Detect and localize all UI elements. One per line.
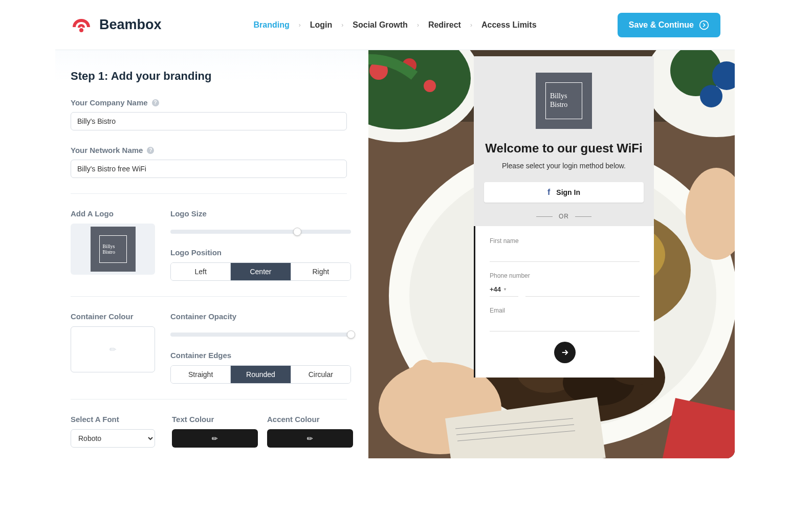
brand-name: Beambox [99,17,162,33]
select-font-label: Select A Font [71,415,119,424]
company-name-input[interactable] [71,112,347,130]
slider-thumb[interactable] [347,330,355,339]
container-edges-segmented: Straight Rounded Circular [170,365,351,384]
chevron-right-icon: › [341,21,343,29]
email-input[interactable] [490,317,640,331]
crumb-login[interactable]: Login [310,20,333,30]
crumb-access-limits[interactable]: Access Limits [481,20,537,30]
logo-position-left[interactable]: Left [171,263,231,280]
divider [71,296,347,297]
logo-thumbnail: Billys Bistro [91,227,136,272]
phone-country-code-select[interactable]: +44 ▾ [490,282,518,297]
logo-position-segmented: Left Center Right [170,262,351,281]
company-name-label: Your Company Name [71,98,148,107]
container-colour-picker[interactable]: ✎ [71,326,155,372]
preview-login-form: First name Phone number +44 ▾ Email [474,226,654,378]
svg-point-0 [79,28,83,32]
pencil-icon: ✎ [107,344,119,356]
save-continue-label: Save & Continue [629,20,694,30]
text-colour-picker[interactable]: ✎ [172,429,258,448]
font-select[interactable]: Roboto [71,429,155,448]
preview-welcome-title: Welcome to our guest WiFi [484,141,644,156]
first-name-input[interactable] [490,248,640,262]
phone-number-input[interactable] [525,282,640,297]
edges-circular[interactable]: Circular [291,366,350,383]
chevron-right-icon: › [417,21,419,29]
logo-upload-dropzone[interactable]: Billys Bistro [71,224,155,275]
brand-logo: Beambox [70,15,162,35]
svg-point-25 [407,360,443,416]
add-logo-label: Add A Logo [71,209,114,218]
step-title: Step 1: Add your branding [71,70,353,83]
slider-thumb[interactable] [293,228,301,236]
divider [71,193,347,194]
preview-panel: Billys Bistro Welcome to our guest WiFi … [368,50,735,458]
branding-form-panel: Step 1: Add your branding Your Company N… [55,50,368,458]
chevron-right-icon: › [470,21,472,29]
signin-label: Sign In [556,188,580,196]
facebook-icon: f [547,188,550,197]
phone-label: Phone number [490,272,640,279]
network-name-input[interactable] [71,160,347,178]
container-edges-label: Container Edges [170,351,231,360]
network-name-label: Your Network Name [71,146,143,154]
svg-point-13 [700,85,722,107]
or-divider: OR [484,213,644,220]
accent-colour-label: Accent Colour [267,415,320,424]
logo-size-slider[interactable] [170,230,351,234]
preview-subtitle: Please select your login method below. [484,162,644,170]
text-colour-label: Text Colour [172,415,214,424]
arrow-right-circle-icon [699,20,709,30]
email-label: Email [490,307,640,314]
help-icon[interactable]: ? [147,147,154,154]
crumb-branding[interactable]: Branding [254,20,290,30]
beambox-logo-icon [70,15,93,35]
help-icon[interactable]: ? [152,99,159,106]
logo-size-label: Logo Size [170,209,207,218]
logo-position-right[interactable]: Right [291,263,350,280]
pencil-icon: ✎ [210,433,220,444]
edges-straight[interactable]: Straight [171,366,231,383]
svg-point-1 [700,20,709,29]
chevron-down-icon: ▾ [504,287,506,292]
accent-colour-picker[interactable]: ✎ [267,429,353,448]
facebook-signin-button[interactable]: f Sign In [484,182,644,203]
divider [71,399,347,400]
container-colour-label: Container Colour [71,312,134,321]
pencil-icon: ✎ [305,433,315,444]
crumb-redirect[interactable]: Redirect [428,20,461,30]
chevron-right-icon: › [299,21,301,29]
first-name-label: First name [490,237,640,245]
container-opacity-slider[interactable] [170,332,351,337]
svg-point-9 [424,80,436,92]
save-continue-button[interactable]: Save & Continue [618,13,720,37]
crumb-social-growth[interactable]: Social Growth [353,20,408,30]
edges-rounded[interactable]: Rounded [231,366,291,383]
container-opacity-label: Container Opacity [170,312,236,321]
submit-button[interactable] [554,342,576,363]
preview-logo: Billys Bistro [536,73,592,129]
logo-position-center[interactable]: Center [231,263,291,280]
wizard-breadcrumb: Branding › Login › Social Growth › Redir… [254,20,537,30]
logo-position-label: Logo Position [170,248,222,257]
arrow-right-icon [560,348,569,357]
app-header: Beambox Branding › Login › Social Growth… [55,0,735,50]
login-preview-card: Billys Bistro Welcome to our guest WiFi … [474,56,654,378]
